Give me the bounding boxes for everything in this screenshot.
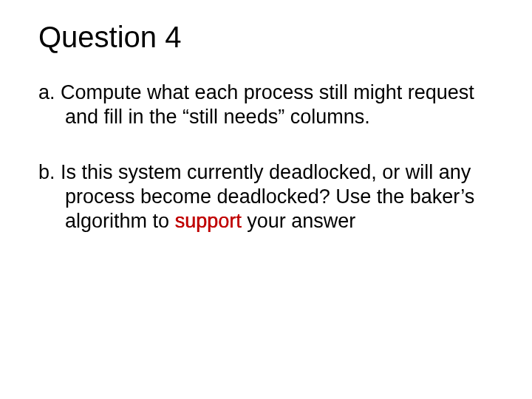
list-item: a. Compute what each process still might… bbox=[38, 81, 497, 129]
slide: Question 4 a. Compute what each process … bbox=[0, 0, 532, 399]
list-item: b. Is this system currently deadlocked, … bbox=[38, 160, 497, 233]
slide-title: Question 4 bbox=[38, 21, 497, 54]
item-text: Compute what each process still might re… bbox=[55, 81, 474, 128]
item-label: b. bbox=[38, 161, 55, 183]
item-label: a. bbox=[38, 81, 55, 103]
item-text-after: your answer bbox=[242, 210, 356, 232]
item-highlight: support bbox=[175, 210, 242, 232]
slide-body: a. Compute what each process still might… bbox=[38, 81, 497, 233]
